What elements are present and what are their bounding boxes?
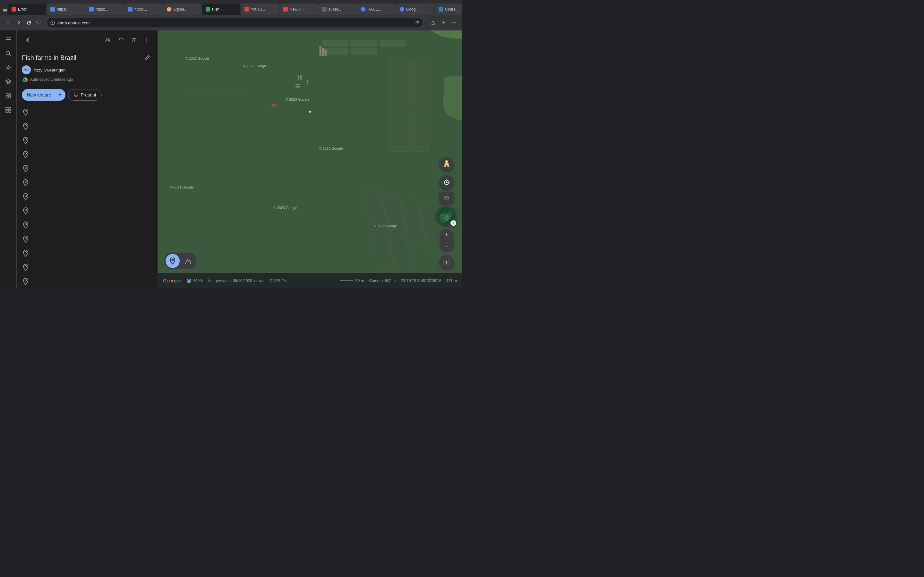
tab-https3[interactable]: https:... [124, 3, 163, 15]
map-container[interactable]: © 2021 Google © 2023 Google © 2023 Googl… [158, 31, 462, 288]
tab-favicon-https3 [128, 7, 132, 11]
more-options-button[interactable] [141, 34, 152, 46]
svg-point-23 [146, 40, 147, 41]
globe-preview-container [436, 206, 457, 227]
svg-point-7 [455, 23, 456, 23]
location-pin-icon [22, 278, 29, 287]
browser-toolbar: 🛡 earth.google.com + [0, 15, 462, 31]
tab-error[interactable]: Error... [8, 3, 46, 15]
svg-rect-69 [176, 110, 246, 110]
list-item[interactable] [17, 275, 158, 288]
address-bar[interactable]: earth.google.com [46, 18, 423, 28]
list-item[interactable] [17, 219, 158, 233]
svg-point-33 [25, 209, 27, 211]
tab-youtube2[interactable]: New Y... [279, 3, 318, 15]
list-item[interactable] [17, 148, 158, 162]
present-label: Present [81, 92, 96, 97]
svg-rect-2 [3, 11, 7, 12]
svg-rect-66 [272, 104, 276, 107]
tab-https2[interactable]: https:... [86, 3, 124, 15]
project-title: Fish farms in Brazil [22, 54, 76, 61]
edit-title-button[interactable] [142, 53, 152, 63]
copyright-text-1: © 2021 Google [185, 56, 209, 60]
list-item[interactable] [17, 120, 158, 134]
list-item[interactable] [17, 233, 158, 247]
tab-sigma[interactable]: Sigma... [163, 3, 202, 15]
tab-favicon-yt2 [283, 7, 288, 11]
zoom-in-button[interactable]: + [439, 229, 454, 241]
toolbar-actions: + [429, 18, 458, 27]
tab-https1[interactable]: https:... [47, 3, 85, 15]
tab-hace[interactable]: HACE... [357, 3, 396, 15]
list-item[interactable] [17, 134, 158, 148]
copyright-text-7: © 2023 Google [374, 224, 397, 228]
list-item[interactable] [17, 176, 158, 190]
three-d-button[interactable]: 3D [439, 192, 454, 203]
zoom-circle-icon [187, 279, 191, 283]
tab-coursera[interactable]: Cours... [435, 3, 462, 15]
back-button[interactable] [22, 34, 33, 46]
undo-button[interactable] [115, 34, 127, 46]
list-item[interactable] [17, 261, 158, 275]
new-feature-button[interactable]: New feature [22, 89, 55, 101]
browser-menu-button[interactable] [449, 18, 458, 27]
svg-point-67 [309, 111, 311, 113]
list-item[interactable] [17, 106, 158, 120]
tab-super[interactable]: super... [318, 3, 357, 15]
tab-label-sigma: Sigma... [173, 7, 187, 11]
svg-rect-45 [351, 40, 377, 47]
tab-favicon-coursera [439, 7, 443, 11]
svg-point-28 [25, 139, 27, 140]
rail-menu-button[interactable] [2, 33, 15, 46]
list-item[interactable] [17, 190, 158, 205]
location-button[interactable] [439, 175, 454, 189]
back-browser-button[interactable] [4, 18, 13, 27]
sidebar-toggle-browser[interactable] [3, 6, 8, 15]
pegman-button[interactable] [439, 157, 454, 171]
delete-button[interactable] [128, 34, 140, 46]
svg-rect-63 [320, 47, 321, 56]
forward-browser-button[interactable] [14, 18, 23, 27]
rail-shapes-button[interactable] [2, 89, 15, 102]
tab-label-error: Error... [18, 7, 29, 11]
zoom-out-icon: − [445, 243, 449, 250]
reload-button[interactable] [24, 18, 33, 27]
rail-settings-button[interactable] [2, 61, 15, 74]
share-button[interactable] [429, 18, 438, 27]
rail-search-button[interactable] [2, 47, 15, 60]
zoom-out-button[interactable]: − [439, 241, 454, 253]
north-arrow-icon [451, 221, 455, 225]
present-button[interactable]: Present [68, 89, 102, 101]
svg-rect-10 [6, 41, 11, 41]
altitude-text: 471 m [446, 279, 457, 283]
line-tool-button[interactable] [181, 254, 195, 268]
app-container: Fish farms in Brazil YS Yzzy Swearingen [0, 31, 462, 288]
list-item[interactable] [17, 205, 158, 219]
svg-rect-62 [296, 86, 300, 87]
svg-rect-25 [74, 93, 78, 96]
svg-rect-9 [6, 39, 11, 40]
left-rail [0, 31, 17, 288]
map-status-bar: Google 100% Imagery date: 06/10/2020–new… [158, 273, 462, 288]
location-pin-icon [22, 109, 29, 117]
svg-rect-15 [6, 96, 8, 98]
svg-point-6 [453, 23, 454, 23]
tab-youtube1[interactable]: YouTu... [241, 3, 279, 15]
new-feature-dropdown-button[interactable] [55, 89, 65, 101]
svg-rect-49 [410, 59, 430, 110]
list-item[interactable] [17, 162, 158, 176]
user-avatar: YS [22, 65, 31, 74]
list-item[interactable] [17, 247, 158, 261]
compass-icon [443, 259, 450, 266]
location-pin-icon [22, 264, 29, 272]
svg-point-24 [146, 42, 147, 43]
svg-point-38 [25, 279, 27, 281]
pin-tool-button[interactable] [166, 254, 180, 268]
rail-grid-button[interactable] [2, 103, 15, 116]
add-collaborator-button[interactable] [102, 34, 114, 46]
rail-layers-button[interactable] [2, 75, 15, 88]
tab-google1[interactable]: Googl... [396, 3, 435, 15]
compass-button[interactable] [439, 255, 454, 269]
tab-fish[interactable]: Fish F... [202, 3, 240, 15]
add-bookmark-button[interactable]: + [439, 18, 448, 27]
